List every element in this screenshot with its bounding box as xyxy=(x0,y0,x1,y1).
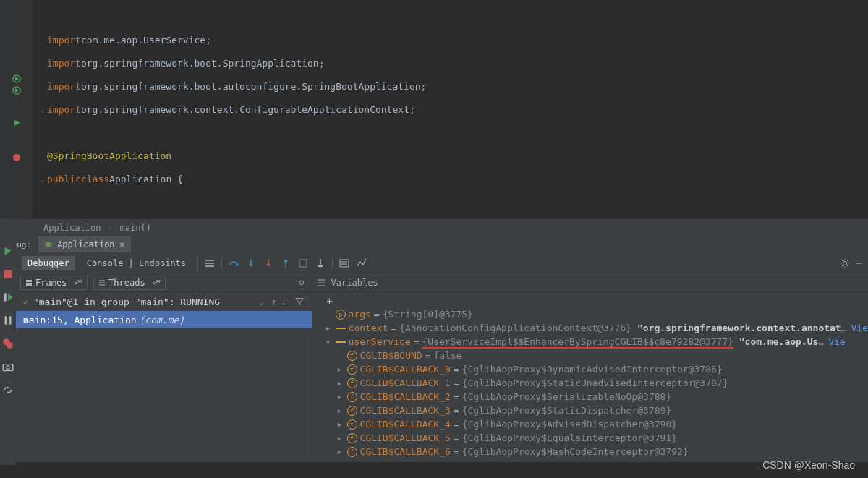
link-icon[interactable] xyxy=(1,383,14,396)
camera-icon[interactable] xyxy=(1,360,14,373)
prev-frame-icon[interactable]: ↑ xyxy=(271,296,277,307)
run-icon[interactable] xyxy=(12,85,22,95)
run-to-cursor-icon[interactable] xyxy=(315,257,326,269)
var-cb2[interactable]: ▶fCGLIB$CALLBACK_2={CglibAopProxy$Serial… xyxy=(312,390,868,404)
thread-row[interactable]: ✓ "main"@1 in group "main": RUNNING ⌵ ↑ … xyxy=(16,292,312,311)
frame-package: (com.me) xyxy=(140,315,185,325)
expand-icon[interactable]: ▶ xyxy=(336,407,344,414)
threads-dropdown[interactable]: Threads →* xyxy=(93,276,166,290)
svg-rect-14 xyxy=(3,364,13,371)
expand-icon[interactable]: ▶ xyxy=(336,366,344,373)
breadcrumb-file[interactable]: Application xyxy=(43,223,101,233)
variables-pane: Variables + p args= {String[0]@3775} ▶ c… xyxy=(312,273,868,462)
var-bound[interactable]: f CGLIB$BOUND= false xyxy=(312,349,868,362)
expand-icon[interactable]: ▶ xyxy=(336,380,344,387)
frames-dropdown[interactable]: Frames →* xyxy=(20,276,88,290)
var-cb5[interactable]: ▶fCGLIB$CALLBACK_5={CglibAopProxy$Equals… xyxy=(312,431,868,445)
collapse-icon[interactable]: ▼ xyxy=(324,338,333,346)
expand-icon[interactable]: ▶ xyxy=(336,393,344,401)
settings-icon[interactable] xyxy=(839,257,851,269)
var-cb0[interactable]: ▶fCGLIB$CALLBACK_0={CglibAopProxy$Dynami… xyxy=(312,362,868,376)
var-userservice[interactable]: ▼ userService= {UserServiceImpl$$Enhance… xyxy=(312,335,868,349)
svg-marker-9 xyxy=(8,293,13,301)
code-editor[interactable]: import com.me.aop.UserService; import or… xyxy=(0,0,868,218)
svg-rect-21 xyxy=(299,260,307,267)
thread-label: "main"@1 in group "main": RUNNING xyxy=(33,296,220,307)
expand-icon[interactable]: ▶ xyxy=(336,448,344,456)
variables-header: Variables xyxy=(312,273,868,292)
param-icon: p xyxy=(336,310,346,320)
var-cb4[interactable]: ▶fCGLIB$CALLBACK_4={CglibAopProxy$Advise… xyxy=(312,417,868,431)
svg-rect-11 xyxy=(9,316,11,324)
bug-icon xyxy=(44,240,53,249)
svg-point-5 xyxy=(13,154,20,161)
field-icon: f xyxy=(347,351,357,361)
frames-header: Frames →* Threads →* xyxy=(16,273,312,292)
code-area[interactable]: import com.me.aop.UserService; import or… xyxy=(33,0,868,218)
run-icon[interactable] xyxy=(12,74,22,84)
pause-icon[interactable] xyxy=(1,314,14,327)
breakpoint-icon[interactable] xyxy=(12,153,22,163)
run-gutter-icon[interactable] xyxy=(12,118,22,128)
expand-icon[interactable]: ▶ xyxy=(336,421,344,428)
gutter xyxy=(0,0,33,218)
svg-marker-1 xyxy=(15,77,19,81)
settings-icon[interactable] xyxy=(296,277,307,289)
view-link[interactable]: Vie xyxy=(828,336,845,347)
resume-icon[interactable] xyxy=(1,291,14,304)
expand-icon[interactable]: ▶ xyxy=(324,325,333,332)
stop-icon[interactable] xyxy=(1,268,14,281)
field-icon: f xyxy=(347,392,357,402)
debug-tabbar: ebug: Application × xyxy=(0,236,868,253)
var-cb3[interactable]: ▶fCGLIB$CALLBACK_3={CglibAopProxy$Static… xyxy=(312,404,868,417)
svg-marker-18 xyxy=(249,264,253,267)
debug-run-tab-label: Application xyxy=(57,239,114,249)
variables-tree[interactable]: + p args= {String[0]@3775} ▶ context= {A… xyxy=(312,292,868,462)
svg-marker-20 xyxy=(284,259,288,262)
step-over-icon[interactable] xyxy=(228,257,239,269)
tab-debugger[interactable]: Debugger xyxy=(22,256,75,270)
breadcrumb-method[interactable]: main() xyxy=(120,223,151,233)
frame-label: main:15, Application xyxy=(23,315,137,325)
expand-icon[interactable]: ▶ xyxy=(336,435,344,442)
step-into-icon[interactable] xyxy=(245,257,257,269)
svg-rect-8 xyxy=(4,293,6,301)
plus-icon[interactable]: + xyxy=(324,295,336,307)
breakpoints-icon[interactable] xyxy=(1,337,14,350)
svg-marker-28 xyxy=(295,299,303,305)
close-icon[interactable]: × xyxy=(119,239,125,250)
stack-icon xyxy=(25,279,33,286)
debug-run-tab[interactable]: Application × xyxy=(38,236,131,252)
step-out-icon[interactable] xyxy=(280,257,292,269)
breadcrumb: Application › main() xyxy=(0,218,868,236)
evaluate-icon[interactable] xyxy=(339,257,350,269)
trace-icon[interactable] xyxy=(356,257,367,269)
svg-marker-19 xyxy=(266,264,271,267)
var-args[interactable]: p args= {String[0]@3775} xyxy=(312,307,868,321)
var-cb1[interactable]: ▶fCGLIB$CALLBACK_1={CglibAopProxy$Static… xyxy=(312,376,868,390)
rerun-icon[interactable] xyxy=(1,244,14,257)
svg-marker-3 xyxy=(15,88,19,93)
tab-console[interactable]: Console | Endpoints xyxy=(81,256,192,270)
field-icon: f xyxy=(347,433,357,443)
var-icon xyxy=(336,341,346,343)
next-frame-icon[interactable]: ↓ xyxy=(281,296,287,307)
force-step-into-icon[interactable] xyxy=(263,257,274,269)
svg-point-16 xyxy=(46,242,51,247)
var-plus-row[interactable]: + xyxy=(312,294,868,307)
var-context[interactable]: ▶ context= {AnnotationConfigApplicationC… xyxy=(312,321,868,335)
svg-point-27 xyxy=(299,281,303,284)
drop-frame-icon[interactable] xyxy=(297,257,309,269)
view-link[interactable]: Vie xyxy=(851,323,868,333)
debug-side-toolbar xyxy=(0,218,16,465)
frames-pane: Frames →* Threads →* ✓ "main"@1 in group… xyxy=(16,273,312,462)
chevron-down-icon[interactable]: ⌵ xyxy=(258,296,264,307)
filter-icon[interactable] xyxy=(294,296,305,307)
var-cb6[interactable]: ▶fCGLIB$CALLBACK_6={CglibAopProxy$HashCo… xyxy=(312,445,868,458)
svg-rect-22 xyxy=(318,265,323,267)
list-icon xyxy=(98,279,106,286)
stack-frame[interactable]: main:15, Application (com.me) xyxy=(16,311,312,328)
svg-point-24 xyxy=(843,261,847,265)
svg-rect-25 xyxy=(26,280,32,282)
threads-icon[interactable] xyxy=(204,257,216,269)
